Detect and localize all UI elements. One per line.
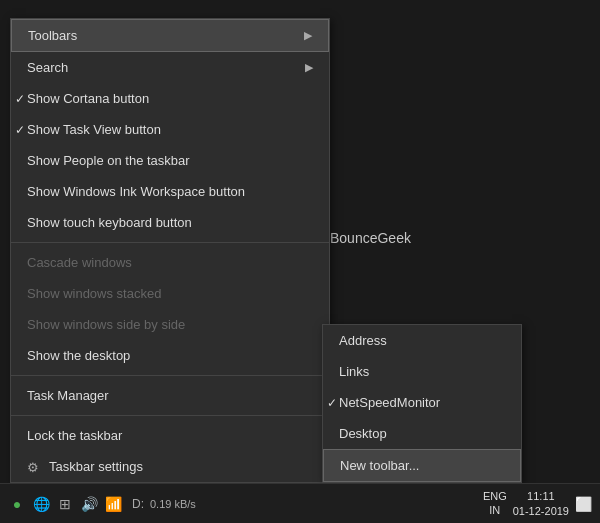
desktop: BounceGeek Toolbars ▶ Search ▶ Show Cort… <box>0 0 600 523</box>
menu-item-show-people[interactable]: Show People on the taskbar <box>11 145 329 176</box>
clock-time: 11:11 <box>527 489 555 503</box>
menu-item-stacked: Show windows stacked <box>11 278 329 309</box>
separator-2 <box>11 375 329 376</box>
taskbar-drive-label: D: <box>132 497 144 511</box>
menu-item-taskbar-settings[interactable]: ⚙ Taskbar settings <box>11 451 329 482</box>
submenu-desktop-label: Desktop <box>339 426 387 441</box>
context-menu-sub: Address Links NetSpeedMonitor Desktop Ne… <box>322 324 522 483</box>
submenu-arrow-toolbars: ▶ <box>304 29 312 42</box>
taskbar-right: ENG IN 11:11 01-12-2019 ⬜ <box>475 489 600 518</box>
clock-date: 01-12-2019 <box>513 504 569 518</box>
menu-item-search-label: Search <box>27 60 68 75</box>
taskbar-clock: 11:11 01-12-2019 <box>513 489 569 518</box>
menu-item-sidebyside-label: Show windows side by side <box>27 317 185 332</box>
taskbar-language: ENG IN <box>483 490 507 516</box>
menu-item-show-keyboard[interactable]: Show touch keyboard button <box>11 207 329 238</box>
submenu-item-desktop[interactable]: Desktop <box>323 418 521 449</box>
menu-item-lock-taskbar[interactable]: Lock the taskbar <box>11 420 329 451</box>
menu-item-stacked-label: Show windows stacked <box>27 286 161 301</box>
gear-icon: ⚙ <box>27 460 41 474</box>
submenu-newtoolbar-label: New toolbar... <box>340 458 420 473</box>
menu-item-taskview-label: Show Task View button <box>27 122 161 137</box>
language-top: ENG <box>483 490 507 503</box>
submenu-links-label: Links <box>339 364 369 379</box>
desktop-brand-text: BounceGeek <box>330 230 411 246</box>
menu-item-cascade-label: Cascade windows <box>27 255 132 270</box>
taskbar-left: ● 🌐 ⊞ 🔊 📶 D: 0.19 kB/s <box>0 495 204 513</box>
context-menu-main: Toolbars ▶ Search ▶ Show Cortana button … <box>10 18 330 483</box>
menu-item-taskmanager-label: Task Manager <box>27 388 109 403</box>
separator-3 <box>11 415 329 416</box>
menu-item-ink-label: Show Windows Ink Workspace button <box>27 184 245 199</box>
taskbar-speed-label: 0.19 kB/s <box>150 498 196 510</box>
submenu-netspeedmonitor-label: NetSpeedMonitor <box>339 395 440 410</box>
network-icon-2: 🌐 <box>32 495 50 513</box>
language-bottom: IN <box>489 504 500 517</box>
menu-item-sidebyside: Show windows side by side <box>11 309 329 340</box>
taskbar: ● 🌐 ⊞ 🔊 📶 D: 0.19 kB/s ENG IN 11:11 01-1… <box>0 483 600 523</box>
submenu-item-new-toolbar[interactable]: New toolbar... <box>323 449 521 482</box>
menu-item-task-manager[interactable]: Task Manager <box>11 380 329 411</box>
submenu-item-netspeedmonitor[interactable]: NetSpeedMonitor <box>323 387 521 418</box>
menu-item-people-label: Show People on the taskbar <box>27 153 190 168</box>
submenu-item-address[interactable]: Address <box>323 325 521 356</box>
menu-item-cortana-label: Show Cortana button <box>27 91 149 106</box>
menu-item-show-cortana[interactable]: Show Cortana button <box>11 83 329 114</box>
menu-item-search[interactable]: Search ▶ <box>11 52 329 83</box>
menu-item-cascade: Cascade windows <box>11 247 329 278</box>
menu-item-showdesktop-label: Show the desktop <box>27 348 130 363</box>
menu-item-toolbars-label: Toolbars <box>28 28 77 43</box>
menu-item-show-taskview[interactable]: Show Task View button <box>11 114 329 145</box>
wifi-icon: 📶 <box>104 495 122 513</box>
menu-item-show-desktop[interactable]: Show the desktop <box>11 340 329 371</box>
submenu-item-links[interactable]: Links <box>323 356 521 387</box>
submenu-arrow-search: ▶ <box>305 61 313 74</box>
network-icon-3: ⊞ <box>56 495 74 513</box>
menu-item-locktaskbar-label: Lock the taskbar <box>27 428 122 443</box>
action-center-icon[interactable]: ⬜ <box>575 496 592 512</box>
menu-item-toolbars[interactable]: Toolbars ▶ <box>11 19 329 52</box>
network-icon-1: ● <box>8 495 26 513</box>
separator-1 <box>11 242 329 243</box>
menu-item-show-ink[interactable]: Show Windows Ink Workspace button <box>11 176 329 207</box>
speaker-icon: 🔊 <box>80 495 98 513</box>
menu-item-taskbarsettings-label: Taskbar settings <box>49 459 143 474</box>
submenu-address-label: Address <box>339 333 387 348</box>
menu-item-keyboard-label: Show touch keyboard button <box>27 215 192 230</box>
